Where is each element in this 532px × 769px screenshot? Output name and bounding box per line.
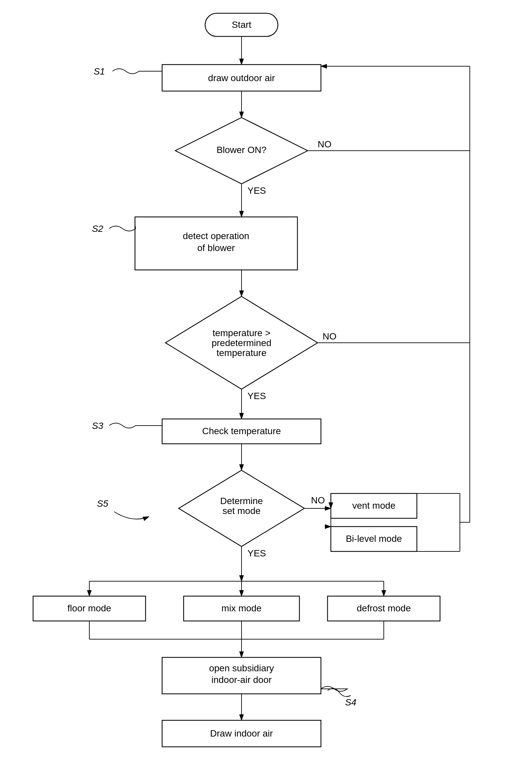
- floor-mode-label: floor mode: [67, 603, 111, 613]
- s2-label: S2: [92, 224, 104, 234]
- s5-label: S5: [97, 498, 109, 509]
- determine-line1: Determine: [220, 496, 263, 506]
- open-door-line2: indoor-air door: [211, 675, 272, 685]
- check-temp-label: Check temperature: [202, 426, 281, 436]
- s4-squiggle: [328, 689, 351, 697]
- start-label: Start: [232, 20, 251, 30]
- temp-line3: temperature: [217, 348, 267, 358]
- determine-no-label: NO: [311, 495, 325, 505]
- s3-connector: [109, 423, 162, 428]
- defrost-mode-label: defrost mode: [357, 603, 411, 613]
- temp-yes-label: YES: [247, 391, 266, 401]
- vent-mode-label: vent mode: [352, 500, 396, 511]
- s2-connector: [109, 225, 136, 231]
- s5-connector: [114, 512, 149, 519]
- s1-label: S1: [94, 66, 105, 76]
- blower-yes-label: YES: [247, 185, 266, 196]
- temp-no-label: NO: [323, 331, 336, 341]
- mix-mode-label: mix mode: [221, 603, 261, 613]
- temp-line1: temperature >: [212, 328, 270, 338]
- temp-line2: predetermined: [212, 338, 272, 348]
- blower-on-label: Blower ON?: [217, 145, 267, 155]
- open-door-line1: open subsidiary: [209, 663, 274, 673]
- s1-connector: [112, 69, 162, 74]
- determine-yes-label: YES: [247, 548, 266, 558]
- flowchart-diagram: Start draw outdoor air S1 Blower ON? NO …: [0, 0, 532, 769]
- s4-connector: [321, 687, 347, 692]
- blower-no-label: NO: [318, 139, 332, 149]
- bilevel-mode-label: Bi-level mode: [346, 533, 402, 544]
- draw-outdoor-label: draw outdoor air: [208, 73, 275, 83]
- detect-blower-line2: of blower: [197, 243, 235, 253]
- determine-line2: set mode: [222, 506, 260, 516]
- s3-label: S3: [92, 421, 104, 431]
- detect-blower-line1: detect operation: [183, 231, 249, 241]
- s4-label: S4: [345, 697, 356, 707]
- draw-indoor-label: Draw indoor air: [210, 728, 273, 739]
